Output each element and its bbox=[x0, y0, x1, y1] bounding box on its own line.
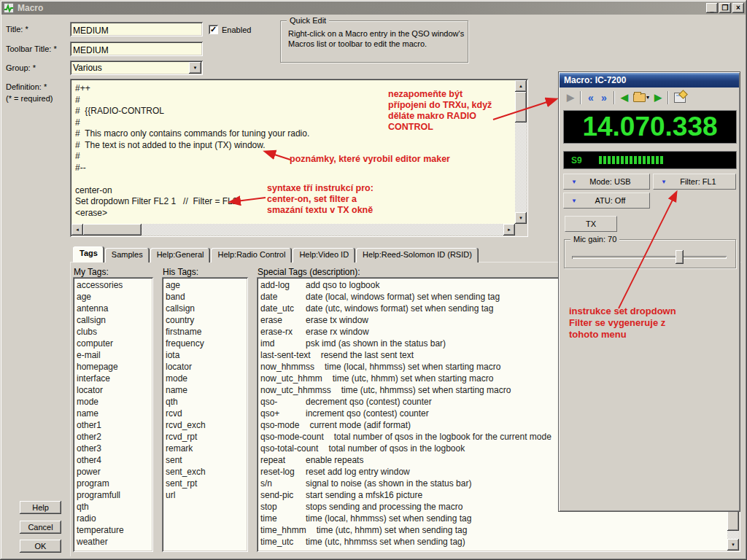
radio-panel-title-bar[interactable]: Macro: IC-7200 bbox=[560, 73, 739, 88]
my-tag-item[interactable]: other3 bbox=[74, 443, 152, 454]
scroll-down-icon[interactable]: ▼ bbox=[727, 539, 739, 551]
special-tag-desc: enable repeats bbox=[306, 455, 363, 465]
edit-properties-icon[interactable] bbox=[674, 93, 686, 103]
minimize-button[interactable]: _ bbox=[706, 3, 718, 13]
my-tag-item[interactable]: callsign bbox=[74, 314, 152, 326]
his-tag-item[interactable]: qth bbox=[163, 396, 247, 408]
my-tag-item[interactable]: program bbox=[74, 478, 152, 489]
chevron-down-icon: ▼ bbox=[193, 66, 198, 70]
his-tag-item[interactable]: sent bbox=[163, 454, 247, 466]
my-tag-item[interactable]: temperature bbox=[74, 524, 152, 536]
my-tag-item[interactable]: other1 bbox=[74, 419, 152, 431]
my-tag-item[interactable]: homepage bbox=[74, 361, 152, 373]
his-tag-item[interactable]: band bbox=[163, 291, 247, 303]
his-tag-item[interactable]: age bbox=[163, 279, 247, 291]
hscroll-thumb[interactable] bbox=[83, 224, 142, 236]
special-tags-label: Special Tags (description): bbox=[258, 267, 360, 277]
close-button[interactable]: × bbox=[732, 3, 744, 13]
his-tag-item[interactable]: rcvd bbox=[163, 408, 247, 419]
rewind-icon[interactable]: « bbox=[584, 92, 597, 104]
my-tag-item[interactable]: radio bbox=[74, 513, 152, 524]
my-tag-item[interactable]: clubs bbox=[74, 326, 152, 338]
my-tag-item[interactable]: antenna bbox=[74, 303, 152, 314]
his-tag-item[interactable]: locator bbox=[163, 361, 247, 373]
scroll-up-icon[interactable]: ▲ bbox=[515, 80, 527, 92]
special-tag-row[interactable]: timetime (local, hhmmss) set when sendin… bbox=[258, 513, 740, 524]
definition-hscrollbar[interactable]: ◄ ► bbox=[71, 224, 515, 236]
my-tag-item[interactable]: mode bbox=[74, 396, 152, 408]
tx-button[interactable]: TX bbox=[565, 216, 617, 232]
scrollbar-corner bbox=[515, 224, 527, 236]
definition-vscrollbar[interactable]: ▲ ▼ bbox=[515, 80, 527, 224]
his-tag-item[interactable]: remark bbox=[163, 443, 247, 454]
mic-gain-slider-thumb[interactable] bbox=[676, 250, 684, 264]
enabled-checkbox[interactable]: ✓ bbox=[209, 25, 218, 34]
my-tag-item[interactable]: accessories bbox=[74, 279, 152, 291]
group-select[interactable]: Various bbox=[70, 61, 203, 75]
his-tag-item[interactable]: url bbox=[163, 489, 247, 501]
special-tag-row[interactable]: time_utctime (utc, hhmmss set when sendi… bbox=[258, 536, 740, 548]
my-tag-item[interactable]: power bbox=[74, 466, 152, 478]
toolbar-title-input[interactable] bbox=[70, 42, 203, 56]
scroll-left-icon[interactable]: ◄ bbox=[71, 224, 83, 236]
title-input[interactable] bbox=[70, 22, 203, 36]
his-tags-listbox[interactable]: agebandcallsigncountryfirstnamefrequency… bbox=[162, 277, 248, 552]
his-tag-item[interactable]: name bbox=[163, 384, 247, 396]
his-tag-item[interactable]: mode bbox=[163, 373, 247, 384]
special-tag-name: last-sent-text bbox=[260, 349, 321, 361]
special-tag-desc: increment qso (contest) counter bbox=[306, 408, 429, 419]
his-tags-label: His Tags: bbox=[163, 267, 198, 277]
special-tag-name: date_utc bbox=[260, 303, 306, 314]
tab[interactable]: Help:Reed-Solomon ID (RSID) bbox=[356, 248, 479, 262]
his-tag-item[interactable]: sent_rpt bbox=[163, 478, 247, 489]
tab[interactable]: Help:Radio Control bbox=[211, 248, 292, 262]
my-tag-item[interactable]: computer bbox=[74, 338, 152, 349]
special-tag-name: qso+ bbox=[260, 408, 306, 419]
my-tag-item[interactable]: e-mail bbox=[74, 349, 152, 361]
special-tag-row[interactable]: time_hhmmtime (utc, hhmm) set when sendi… bbox=[258, 524, 740, 536]
help-button[interactable]: Help bbox=[20, 501, 61, 514]
scroll-down-icon[interactable]: ▼ bbox=[515, 212, 527, 224]
his-tag-item[interactable]: frequency bbox=[163, 338, 247, 349]
his-tag-item[interactable]: firstname bbox=[163, 326, 247, 338]
his-tag-item[interactable]: iota bbox=[163, 349, 247, 361]
frequency-value: 14.070.338 bbox=[582, 112, 717, 142]
mic-gain-slider-track[interactable] bbox=[572, 256, 727, 259]
fast-forward-icon[interactable]: » bbox=[597, 92, 611, 104]
open-folder-button[interactable]: ▾ bbox=[633, 93, 649, 102]
my-tag-item[interactable]: other2 bbox=[74, 431, 152, 443]
my-tags-listbox[interactable]: accessoriesageantennacallsignclubscomput… bbox=[73, 277, 153, 552]
tab[interactable]: Tags bbox=[73, 246, 104, 262]
special-tag-name: add-log bbox=[260, 279, 306, 291]
play-macro-icon[interactable]: ▶ bbox=[564, 92, 577, 103]
his-tag-item[interactable]: country bbox=[163, 314, 247, 326]
my-tag-item[interactable]: age bbox=[74, 291, 152, 303]
mode-button[interactable]: ▼ Mode: USB bbox=[563, 174, 650, 190]
scroll-right-icon[interactable]: ► bbox=[503, 224, 515, 236]
tab[interactable]: Help:Video ID bbox=[293, 248, 355, 262]
vscroll-thumb[interactable] bbox=[515, 92, 527, 122]
his-tag-item[interactable]: rcvd_exch bbox=[163, 419, 247, 431]
next-macro-icon[interactable]: ▶ bbox=[651, 92, 665, 103]
group-dropdown-button[interactable]: ▼ bbox=[189, 62, 201, 74]
my-tag-item[interactable]: programfull bbox=[74, 489, 152, 501]
his-tag-item[interactable]: callsign bbox=[163, 303, 247, 314]
filter-button[interactable]: ▼ Filter: FL1 bbox=[653, 174, 736, 190]
my-tag-item[interactable]: locator bbox=[74, 384, 152, 396]
my-tag-item[interactable]: name bbox=[74, 408, 152, 419]
cancel-button[interactable]: Cancel bbox=[20, 521, 61, 534]
tab[interactable]: Help:General bbox=[150, 248, 211, 262]
his-tag-item[interactable]: rcvd_rpt bbox=[163, 431, 247, 443]
restore-button[interactable]: ❐ bbox=[719, 3, 731, 13]
his-tag-item[interactable]: sent_exch bbox=[163, 466, 247, 478]
my-tag-item[interactable]: qth bbox=[74, 501, 152, 513]
my-tag-item[interactable]: interface bbox=[74, 373, 152, 384]
ok-button[interactable]: OK bbox=[20, 540, 61, 553]
my-tag-item[interactable]: weather bbox=[74, 536, 152, 548]
previous-macro-icon[interactable]: ◀ bbox=[618, 92, 631, 103]
tab[interactable]: Samples bbox=[105, 248, 150, 262]
my-tag-item[interactable]: other4 bbox=[74, 454, 152, 466]
atu-button[interactable]: ▼ ATU: Off bbox=[563, 192, 650, 209]
special-tag-desc: start sending a mfsk16 picture bbox=[306, 490, 422, 500]
toolbar-separator bbox=[614, 91, 615, 104]
